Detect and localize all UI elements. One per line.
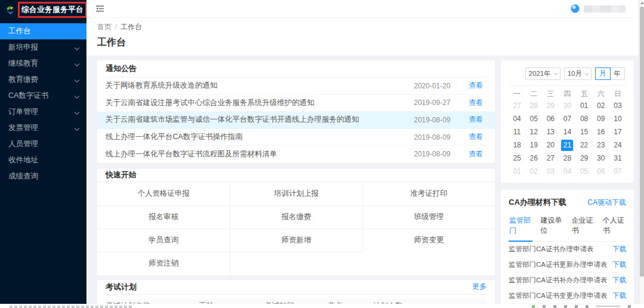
scrollbar-thumb[interactable] (640, 7, 644, 277)
calendar-day[interactable]: 31 (609, 152, 626, 165)
ca-tab-3[interactable]: 企业证书 (571, 214, 595, 241)
quickstart-item[interactable]: 个人资格证申报 (97, 182, 230, 205)
sidebar-item-8[interactable]: 人员管理 (0, 136, 86, 152)
calendar-day[interactable]: 02 (525, 165, 542, 178)
sidebar-item-10[interactable]: 成绩查询 (0, 168, 86, 184)
sidebar-item-9[interactable]: 收件地址 (0, 152, 86, 168)
quickstart-item[interactable]: 报名缴费 (230, 205, 362, 229)
quickstart-item[interactable]: 准考证打印 (363, 182, 495, 205)
notice-view-link[interactable]: 查看 (469, 149, 487, 159)
calendar-day[interactable]: 03 (609, 99, 626, 112)
ca-download-link[interactable]: 下载 (612, 245, 626, 254)
sidebar-item-7[interactable]: 发票管理 (0, 120, 86, 136)
ca-download-link[interactable]: 下载 (612, 276, 626, 285)
calendar-mode-year-button[interactable]: 年 (610, 67, 626, 80)
calendar-day[interactable]: 28 (559, 152, 575, 165)
calendar-day[interactable]: 28 (525, 99, 542, 112)
calendar-day[interactable]: 24 (609, 138, 626, 152)
calendar-mode-month-button[interactable]: 月 (595, 67, 611, 80)
ca-download-link[interactable]: 下载 (612, 291, 626, 300)
quickstart-item[interactable]: 师资变更 (363, 229, 495, 252)
notice-title[interactable]: 关于云南省建设注册考试中心综合业务服务系统升级维护的通知 (106, 98, 414, 108)
calendar-month-select[interactable]: 10月 (564, 67, 592, 80)
calendar-day[interactable]: 23 (593, 138, 609, 152)
calendar-day[interactable]: 05 (525, 112, 542, 125)
notice-title[interactable]: 关于云南省建筑市场监管与诚信一体化平台数字证书开通线上办理服务的通知 (106, 115, 414, 125)
calendar-day[interactable]: 29 (576, 152, 593, 165)
notice-title[interactable]: 线上办理一体化平台数字证书流程图及所需材料清单 (106, 149, 414, 159)
calendar-day[interactable]: 01 (576, 99, 593, 112)
calendar-day-number: 23 (595, 140, 607, 151)
notice-row[interactable]: 关于网络教育系统升级改造的通知2020-01-20查看 (106, 78, 487, 95)
quickstart-item[interactable]: 报名审核 (97, 205, 230, 229)
sidebar-item-5[interactable]: CA数字证书 (0, 88, 86, 104)
calendar-day[interactable]: 13 (542, 125, 559, 138)
calendar-day[interactable]: 27 (509, 99, 525, 112)
notice-row[interactable]: 线上办理一体化平台数字证书流程图及所需材料清单2019-08-09查看 (106, 146, 487, 163)
calendar-day[interactable]: 15 (576, 125, 593, 138)
notice-view-link[interactable]: 查看 (469, 81, 487, 91)
user-avatar[interactable] (571, 4, 580, 13)
quickstart-item[interactable]: 学员查询 (97, 229, 230, 252)
ca-tab-2[interactable]: 建设单位 (540, 214, 564, 241)
quickstart-item[interactable]: 培训计划上报 (230, 182, 362, 205)
sidebar-item-2[interactable]: 新培申报 (0, 39, 86, 56)
quickstart-item[interactable]: 班级管理 (363, 205, 495, 229)
calendar-day[interactable]: 04 (509, 112, 525, 125)
sidebar-item-6[interactable]: 订单管理 (0, 104, 86, 120)
calendar-day[interactable]: 03 (542, 165, 559, 178)
ca-tab-4[interactable]: 个人证书 (602, 214, 626, 241)
notice-view-link[interactable]: 查看 (469, 98, 487, 108)
notice-view-link[interactable]: 查看 (469, 132, 487, 142)
user-menu[interactable] (571, 4, 626, 13)
notice-row[interactable]: 关于云南省建筑市场监管与诚信一体化平台数字证书开通线上办理服务的通知2019-0… (97, 112, 495, 129)
calendar-day[interactable]: 05 (576, 165, 593, 178)
calendar-day[interactable]: 29 (542, 99, 559, 112)
calendar-day[interactable]: 27 (542, 152, 559, 165)
calendar-day[interactable]: 04 (559, 165, 575, 178)
calendar-day[interactable]: 02 (593, 99, 609, 112)
sidebar-item-4[interactable]: 教育缴费 (0, 72, 86, 88)
calendar-day[interactable]: 06 (542, 112, 559, 125)
calendar-day[interactable]: 12 (525, 125, 542, 138)
calendar-day[interactable]: 07 (559, 112, 575, 125)
menu-fold-icon[interactable] (95, 4, 105, 14)
calendar-year-select[interactable]: 2021年 (525, 67, 561, 80)
notice-title[interactable]: 线上办理一体化平台CA数字证书操作指南 (106, 132, 414, 142)
calendar-day[interactable]: 30 (593, 152, 609, 165)
notice-view-link[interactable]: 查看 (469, 115, 487, 125)
calendar-controls: 2021年 10月 月 年 (509, 66, 626, 85)
breadcrumb-home[interactable]: 首页 (97, 23, 112, 31)
notice-title[interactable]: 关于网络教育系统升级改造的通知 (106, 81, 414, 91)
calendar-day[interactable]: 18 (509, 138, 525, 152)
calendar-day[interactable]: 09 (593, 112, 609, 125)
calendar-day[interactable]: 14 (559, 125, 575, 138)
calendar-day[interactable]: 16 (593, 125, 609, 138)
quickstart-item[interactable]: 师资新增 (230, 229, 362, 252)
calendar-day[interactable]: 01 (509, 165, 525, 178)
vertical-scrollbar[interactable] (639, 0, 644, 304)
ca-driver-download-link[interactable]: CA驱动下载 (587, 198, 626, 208)
notice-row[interactable]: 关于云南省建设注册考试中心综合业务服务系统升级维护的通知2019-09-27查看 (106, 95, 487, 112)
scrollbar-up-arrow-icon[interactable] (640, 2, 644, 4)
calendar-day[interactable]: 10 (609, 112, 626, 125)
calendar-day[interactable]: 25 (509, 152, 525, 165)
calendar-day[interactable]: 19 (525, 138, 542, 152)
calendar-day[interactable]: 17 (609, 125, 626, 138)
calendar-day[interactable]: 08 (576, 112, 593, 125)
quickstart-item[interactable]: 师资注销 (97, 252, 230, 275)
calendar-day[interactable]: 11 (509, 125, 525, 138)
sidebar-item-3[interactable]: 继续教育 (0, 56, 86, 72)
sidebar-item-1[interactable]: 工作台 (0, 23, 86, 39)
calendar-day[interactable]: 22 (576, 138, 593, 152)
calendar-day[interactable]: 07 (609, 165, 626, 178)
ca-download-link[interactable]: 下载 (612, 260, 626, 269)
ca-tab-1[interactable]: 监管部门 (509, 214, 532, 242)
calendar-day[interactable]: 06 (593, 165, 609, 178)
calendar-day[interactable]: 26 (525, 152, 542, 165)
calendar-day-selected[interactable]: 21 (559, 138, 575, 152)
calendar-day[interactable]: 20 (542, 138, 559, 152)
notice-row[interactable]: 线上办理一体化平台CA数字证书操作指南2019-08-09查看 (106, 129, 487, 146)
examplan-more-link[interactable]: 更多 (472, 282, 487, 292)
calendar-day[interactable]: 30 (559, 99, 575, 112)
